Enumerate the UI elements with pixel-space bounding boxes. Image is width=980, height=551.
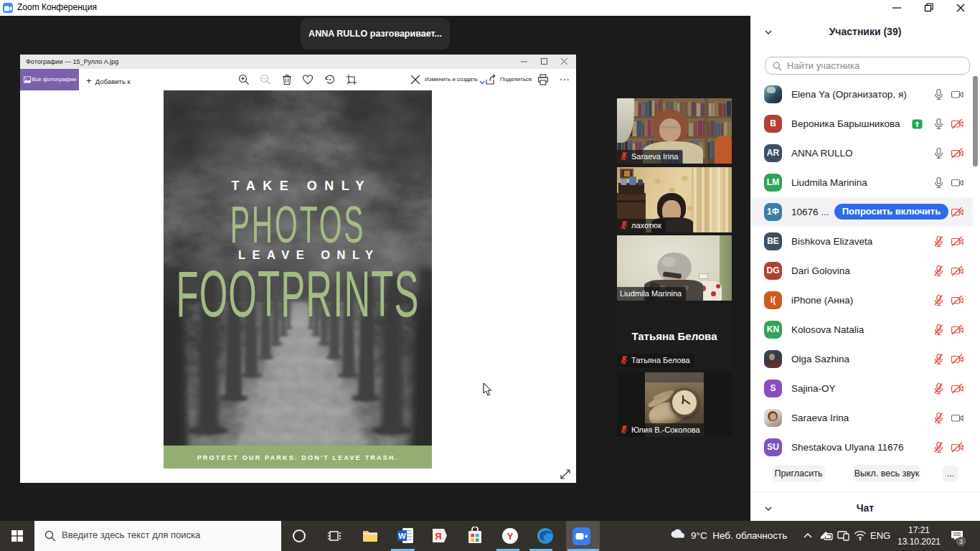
svg-text:W: W (398, 532, 406, 540)
svg-text:Я: Я (435, 531, 441, 542)
svg-text:Y: Y (507, 531, 514, 542)
